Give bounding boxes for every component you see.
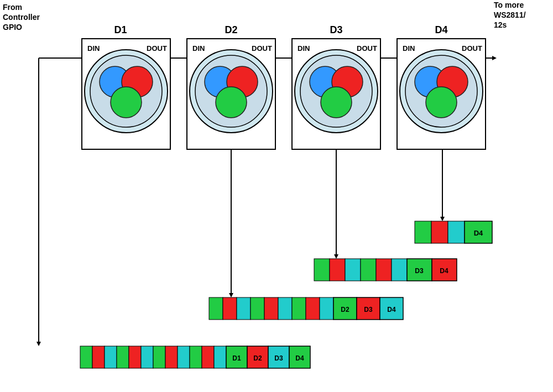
from-controller-label3: GPIO <box>3 23 22 32</box>
svg-rect-72 <box>92 346 105 368</box>
svg-text:D3: D3 <box>274 354 283 362</box>
svg-rect-55 <box>209 297 223 320</box>
svg-text:DOUT: DOUT <box>252 44 272 53</box>
device-d4: DIN DOUT <box>397 39 486 149</box>
d3-title: D3 <box>330 24 342 35</box>
svg-text:D3: D3 <box>415 267 424 275</box>
device-d1: DIN DOUT <box>82 39 170 149</box>
svg-rect-81 <box>202 346 214 368</box>
svg-rect-62 <box>306 297 320 320</box>
svg-rect-48 <box>376 259 392 281</box>
svg-text:D4: D4 <box>295 354 304 362</box>
svg-point-35 <box>426 87 457 118</box>
diagram: From Controller GPIO To more WS2811/ 12s… <box>0 0 553 392</box>
arrow-d2-strip <box>229 293 233 297</box>
svg-rect-80 <box>190 346 202 368</box>
svg-text:D3: D3 <box>364 306 373 313</box>
svg-point-26 <box>321 87 352 118</box>
svg-point-8 <box>111 87 142 118</box>
svg-text:DOUT: DOUT <box>462 44 482 53</box>
device-d2: DIN DOUT <box>187 39 275 149</box>
svg-rect-45 <box>330 259 345 281</box>
arrow-gpio-bigstrip <box>36 342 41 346</box>
svg-rect-59 <box>264 297 278 320</box>
svg-text:D2: D2 <box>253 354 262 362</box>
svg-text:DOUT: DOUT <box>147 44 167 53</box>
svg-rect-58 <box>251 297 264 320</box>
arrow-d3-strip <box>334 254 338 259</box>
svg-rect-63 <box>320 297 333 320</box>
svg-rect-56 <box>223 297 237 320</box>
svg-rect-47 <box>361 259 376 281</box>
to-more-label2: WS2811/ <box>494 11 526 19</box>
svg-rect-71 <box>80 346 92 368</box>
arrow-d4-tomore <box>492 56 497 60</box>
svg-rect-60 <box>278 297 292 320</box>
svg-text:DIN: DIN <box>192 44 205 53</box>
svg-rect-44 <box>314 259 330 281</box>
to-more-label3: 12s <box>494 20 507 29</box>
svg-rect-39 <box>431 221 448 243</box>
svg-rect-57 <box>237 297 251 320</box>
svg-rect-46 <box>345 259 361 281</box>
svg-rect-61 <box>292 297 306 320</box>
svg-rect-38 <box>415 221 431 243</box>
svg-rect-77 <box>153 346 165 368</box>
svg-rect-74 <box>117 346 129 368</box>
svg-point-17 <box>216 87 247 118</box>
from-controller-label: From <box>3 3 22 12</box>
svg-text:D4: D4 <box>387 306 396 313</box>
from-controller-label2: Controller <box>3 13 40 22</box>
to-more-label: To more <box>494 1 524 9</box>
d1-title: D1 <box>114 24 127 35</box>
svg-text:D1: D1 <box>232 354 241 362</box>
svg-rect-78 <box>165 346 178 368</box>
device-d3: DIN DOUT <box>292 39 380 149</box>
svg-text:DIN: DIN <box>298 44 310 53</box>
strip-d4: D4 <box>415 221 492 243</box>
svg-text:DIN: DIN <box>87 44 100 53</box>
d4-title: D4 <box>435 24 447 35</box>
strip-d3d4: D3 D4 <box>314 259 457 281</box>
strip-d2d3d4: D2 D3 D4 <box>209 297 403 320</box>
arrow-d4-strip <box>440 217 445 221</box>
svg-rect-49 <box>392 259 407 281</box>
svg-text:D4: D4 <box>474 229 483 237</box>
strip-d1d2d3d4: D1 D2 D3 D4 <box>80 346 310 368</box>
svg-rect-75 <box>129 346 141 368</box>
svg-text:D4: D4 <box>440 267 448 275</box>
svg-text:D2: D2 <box>341 306 349 313</box>
svg-rect-40 <box>448 221 465 243</box>
svg-text:DOUT: DOUT <box>357 44 377 53</box>
svg-rect-82 <box>214 346 226 368</box>
svg-rect-79 <box>178 346 190 368</box>
d2-title: D2 <box>225 24 237 35</box>
svg-text:DIN: DIN <box>403 44 415 53</box>
svg-rect-76 <box>141 346 153 368</box>
svg-rect-73 <box>105 346 117 368</box>
